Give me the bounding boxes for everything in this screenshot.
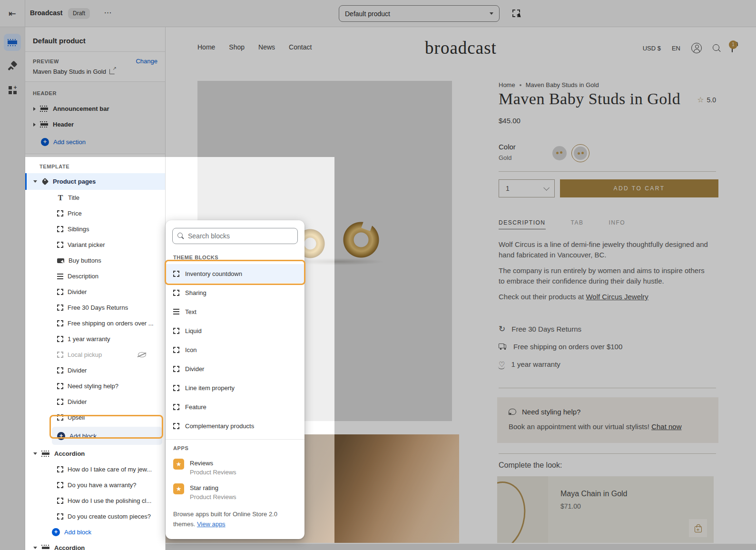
- caret-down-icon[interactable]: [33, 452, 37, 455]
- add-block-label: Add block: [64, 529, 91, 536]
- popup-footer: Browse apps built for Online Store 2.0 t…: [166, 504, 304, 534]
- block-row-warranty[interactable]: 1 year warranty: [25, 331, 165, 347]
- panel-title: Default product: [33, 37, 157, 45]
- chat-icon: [509, 409, 516, 415]
- exit-editor-button[interactable]: ⇤: [0, 0, 25, 27]
- add-to-cart-button[interactable]: ADD TO CART: [560, 179, 718, 197]
- search-icon: [177, 233, 184, 239]
- block-icon: [57, 482, 63, 488]
- tab-info[interactable]: INFO: [609, 219, 625, 229]
- block-row-need-styling-help[interactable]: Need styling help?: [25, 378, 165, 394]
- overflow-menu-button[interactable]: ⋯: [101, 7, 115, 20]
- block-icon: [57, 367, 63, 373]
- rating-value: 5.0: [707, 96, 716, 104]
- bag-plus-icon: +: [695, 526, 702, 532]
- template-selector[interactable]: Default product: [339, 5, 500, 22]
- tab-description[interactable]: DESCRIPTION: [499, 219, 546, 229]
- upsell-price: $71.00: [560, 502, 628, 510]
- preview-page[interactable]: Maven Baby Studs in Gold: [33, 68, 157, 75]
- product-description: Wolf Circus is a line of demi-fine jewel…: [499, 239, 708, 307]
- popup-block-inventory-countdown[interactable]: Inventory countdown: [166, 264, 304, 283]
- chat-now-link[interactable]: Chat now: [651, 422, 681, 431]
- preview-bottom-strip: [166, 544, 756, 550]
- breadcrumb-home[interactable]: Home: [499, 81, 515, 88]
- popup-block-text[interactable]: Text: [166, 302, 304, 321]
- caret-down-icon[interactable]: [33, 180, 37, 183]
- sections-panel: Default product PREVIEW Change Maven Bab…: [25, 27, 166, 550]
- product-info-column: Home Maven Baby Studs in Gold Maven Baby…: [491, 27, 719, 544]
- accordion-add-block-button[interactable]: Add block: [25, 524, 165, 540]
- view-apps-link[interactable]: View apps: [197, 521, 226, 528]
- caret-right-icon[interactable]: [33, 123, 36, 127]
- complete-look-label: Complete the look:: [499, 461, 562, 470]
- block-row-divider[interactable]: Divider: [25, 394, 165, 410]
- eye-off-icon[interactable]: [138, 352, 146, 357]
- popup-block-complementary-products[interactable]: Complementary products: [166, 416, 304, 435]
- block-row-local-pickup[interactable]: Local pickup: [25, 347, 165, 363]
- block-row-free-shipping[interactable]: Free shipping on orders over ...: [25, 315, 165, 331]
- section-row-accordion-2[interactable]: Accordion: [25, 540, 165, 550]
- block-row-accordion-q3[interactable]: How do I use the polishing cl...: [25, 493, 165, 509]
- block-row-variant-picker[interactable]: Variant picker: [25, 237, 165, 253]
- block-row-upsell[interactable]: Upsell: [25, 410, 165, 425]
- app-embeds-tab[interactable]: [4, 81, 21, 98]
- section-row-accordion[interactable]: Accordion: [25, 446, 165, 462]
- template-group: TEMPLATE Product pages Title Price Sibli…: [25, 154, 165, 550]
- block-row-buy-buttons[interactable]: Buy buttons: [25, 253, 165, 268]
- color-swatch-gold[interactable]: [571, 144, 589, 162]
- block-row-title[interactable]: Title: [25, 190, 165, 206]
- divider: [499, 388, 716, 388]
- theme-settings-tab[interactable]: [4, 58, 21, 75]
- popup-app-star-rating[interactable]: ★ Star rating Product Reviews: [166, 480, 304, 504]
- wolf-circus-link[interactable]: Wolf Circus Jewelry: [586, 293, 648, 301]
- popup-block-icon[interactable]: Icon: [166, 340, 304, 359]
- color-option-value: Gold: [499, 154, 511, 161]
- upsell-add-to-cart-button[interactable]: +: [689, 519, 707, 537]
- upsell-card[interactable]: Maya Chain in Gold $71.00 +: [497, 476, 714, 543]
- app-name: Reviews: [190, 459, 236, 468]
- header-group: HEADER Announcement bar Header Add secti…: [25, 82, 165, 154]
- block-row-divider[interactable]: Divider: [25, 363, 165, 378]
- section-row-product-pages[interactable]: Product pages: [25, 173, 165, 190]
- search-blocks-field[interactable]: [172, 228, 298, 244]
- change-preview-link[interactable]: Change: [136, 58, 157, 65]
- quantity-select[interactable]: 1: [499, 179, 555, 197]
- popup-block-sharing[interactable]: Sharing: [166, 283, 304, 302]
- block-row-siblings[interactable]: Siblings: [25, 221, 165, 237]
- app-star-icon: ★: [173, 459, 184, 470]
- caret-down-icon[interactable]: [33, 547, 37, 549]
- section-row-announcement-bar[interactable]: Announcement bar: [25, 101, 165, 117]
- block-row-description[interactable]: Description: [25, 268, 165, 284]
- block-row-accordion-q4[interactable]: Do you create custom pieces?: [25, 509, 165, 524]
- plus-icon: [57, 432, 65, 440]
- product-rating[interactable]: ☆ 5.0: [697, 95, 716, 104]
- tab-tab[interactable]: TAB: [571, 219, 584, 229]
- block-icon: [57, 399, 63, 405]
- block-row-accordion-q1[interactable]: How do I take care of my jew...: [25, 462, 165, 477]
- block-row-price[interactable]: Price: [25, 206, 165, 221]
- caret-right-icon[interactable]: [33, 107, 36, 111]
- plus-icon: [41, 138, 49, 146]
- add-section-button[interactable]: Add section: [25, 134, 165, 150]
- color-swatch-silver[interactable]: [552, 146, 567, 160]
- popup-block-feature[interactable]: Feature: [166, 397, 304, 416]
- block-icon: [57, 304, 63, 311]
- inspect-tool-icon[interactable]: [512, 10, 520, 17]
- popup-block-liquid[interactable]: Liquid: [166, 321, 304, 340]
- sections-tab[interactable]: [4, 34, 21, 51]
- block-icon: [57, 513, 63, 520]
- app-star-icon: ★: [173, 483, 184, 494]
- popup-block-divider[interactable]: Divider: [166, 359, 304, 378]
- text-icon: [57, 274, 63, 279]
- search-input[interactable]: [188, 232, 293, 240]
- add-block-button[interactable]: Add block: [52, 427, 162, 445]
- block-row-accordion-q2[interactable]: Do you have a warranty?: [25, 477, 165, 493]
- block-row-divider[interactable]: Divider: [25, 284, 165, 300]
- block-icon: [57, 226, 63, 232]
- popup-block-line-item-property[interactable]: Line item property: [166, 378, 304, 397]
- popup-app-reviews[interactable]: ★ Reviews Product Reviews: [166, 455, 304, 480]
- cart-button[interactable]: 1: [732, 45, 733, 52]
- section-icon: [41, 451, 50, 457]
- section-row-header[interactable]: Header: [25, 117, 165, 132]
- block-row-free-returns[interactable]: Free 30 Days Returns: [25, 300, 165, 315]
